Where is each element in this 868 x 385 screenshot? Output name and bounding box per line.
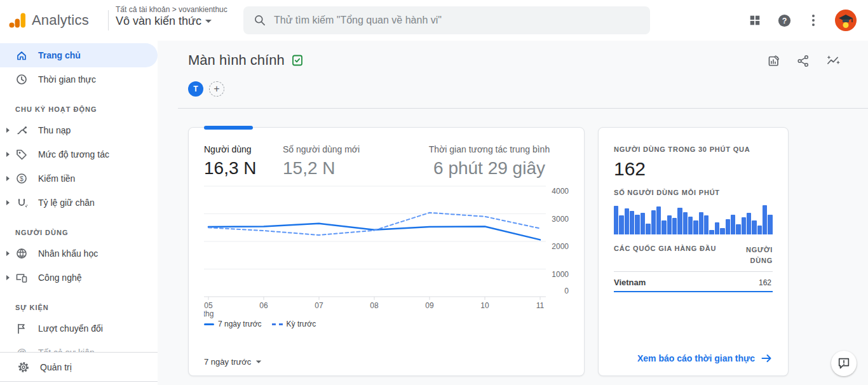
svg-text:1000: 1000 xyxy=(552,270,569,279)
insights-icon[interactable] xyxy=(826,55,840,67)
customize-report-icon[interactable] xyxy=(768,55,780,67)
minute-bar xyxy=(699,212,703,234)
product-name: Analytics xyxy=(32,12,89,29)
sidebar-item-home[interactable]: Trang chủ xyxy=(0,43,158,67)
top-countries-header: CÁC QUỐC GIA HÀNG ĐẦU xyxy=(614,245,716,266)
minute-bar xyxy=(683,212,688,234)
dashed-line-swatch xyxy=(272,323,283,325)
overview-card: Người dùng 16,3 N Số người dùng mới 15,2… xyxy=(188,127,585,376)
minute-bar xyxy=(768,215,772,234)
svg-text:07: 07 xyxy=(315,301,323,310)
minute-bar xyxy=(720,228,724,234)
chevron-down-icon xyxy=(256,360,262,363)
analytics-logo[interactable]: Analytics xyxy=(9,0,89,41)
minute-bar xyxy=(630,211,634,234)
main-content: Màn hình chính T + xyxy=(158,41,868,385)
period-selector[interactable]: 7 ngày trước xyxy=(204,357,262,367)
share-icon[interactable] xyxy=(797,55,810,67)
doc-check-icon xyxy=(291,54,304,67)
minute-bar xyxy=(757,226,762,234)
minute-bar xyxy=(646,224,650,234)
metric-avg-engagement-time[interactable]: Thời gian tương tác trung bình 6 phút 29… xyxy=(410,144,569,180)
add-user-button[interactable]: + xyxy=(209,81,224,97)
section-divider xyxy=(178,108,868,109)
clock-icon xyxy=(15,73,28,86)
minute-bar xyxy=(656,206,661,234)
minute-bar xyxy=(619,215,623,234)
home-icon xyxy=(15,49,28,62)
at-icon: @ xyxy=(15,346,28,352)
header-divider xyxy=(108,10,109,30)
legend-item: 7 ngày trước xyxy=(204,320,262,328)
realtime-users-value: 162 xyxy=(614,158,773,180)
svg-text:09: 09 xyxy=(425,301,434,310)
users-per-minute-bar-chart xyxy=(614,204,773,234)
minute-bar xyxy=(747,213,751,234)
sidebar-item-monetization[interactable]: $ Kiếm tiền xyxy=(0,166,158,191)
sidebar-item-all-events[interactable]: @ Tất cả sự kiện xyxy=(0,341,158,352)
minute-bar xyxy=(677,208,682,234)
gear-icon xyxy=(17,361,30,374)
svg-text:2000: 2000 xyxy=(552,242,569,251)
sidebar-item-realtime[interactable]: Thời gian thực xyxy=(0,67,158,91)
help-icon[interactable]: ? xyxy=(777,13,792,28)
minute-bar xyxy=(736,224,740,234)
svg-text:11: 11 xyxy=(536,301,545,310)
search-bar[interactable] xyxy=(243,6,650,34)
chevron-down-icon xyxy=(205,20,212,23)
page-title: Màn hình chính xyxy=(188,52,285,69)
svg-text:3000: 3000 xyxy=(552,215,569,224)
solid-line-swatch xyxy=(204,323,214,325)
country-name: Vietnam xyxy=(614,278,646,287)
realtime-users-label: NGƯỜI DÙNG TRONG 30 PHÚT QUA xyxy=(614,145,773,153)
minute-bar xyxy=(625,208,629,234)
sidebar-item-retention[interactable]: Tỷ lệ giữ chân xyxy=(0,191,158,215)
apps-grid-icon[interactable] xyxy=(749,14,761,27)
sidebar: Trang chủ Thời gian thực CHU KỲ HOẠT ĐỘN… xyxy=(0,41,158,385)
metric-new-users[interactable]: Số người dùng mới 15,2 N xyxy=(283,144,397,180)
users-column-header: NGƯỜI DÙNG xyxy=(732,245,773,266)
sidebar-item-admin[interactable]: Quản trị xyxy=(0,352,158,382)
sidebar-section-user: NGƯỜI DÙNG xyxy=(0,215,158,241)
sidebar-item-acquisition[interactable]: Thu nạp xyxy=(0,118,158,142)
branch-icon xyxy=(15,124,28,137)
svg-text:10: 10 xyxy=(480,301,489,310)
flag-icon xyxy=(15,322,28,335)
minute-bar xyxy=(709,230,714,234)
breadcrumb: Tất cả tài khoản > vovankienthuc xyxy=(116,5,227,14)
feedback-button[interactable] xyxy=(831,351,857,376)
arrow-right-icon xyxy=(761,353,773,364)
per-minute-label: SỐ NGƯỜI DÙNG MỖI PHÚT xyxy=(614,189,773,196)
app-header: Analytics Tất cả tài khoản > vovankienth… xyxy=(0,0,868,41)
sidebar-item-tech[interactable]: Công nghệ xyxy=(0,266,158,290)
avatar[interactable]: T xyxy=(188,81,203,97)
search-input[interactable] xyxy=(274,15,640,26)
view-realtime-report-link[interactable]: Xem báo cáo thời gian thực xyxy=(637,353,773,364)
metric-users[interactable]: Người dùng 16,3 N xyxy=(204,144,283,180)
sidebar-item-conversions[interactable]: Lượt chuyển đổi xyxy=(0,316,158,341)
svg-text:$: $ xyxy=(20,175,24,182)
expand-caret-icon xyxy=(6,251,10,256)
dollar-icon: $ xyxy=(15,172,28,185)
tag-icon xyxy=(15,148,28,161)
sidebar-item-demographics[interactable]: Nhân khẩu học xyxy=(0,241,158,266)
minute-bar xyxy=(693,220,698,234)
svg-text:0: 0 xyxy=(564,287,569,295)
overflow-menu-icon[interactable] xyxy=(808,13,819,27)
magnet-icon xyxy=(15,196,28,209)
legend-item: Kỳ trước xyxy=(272,320,316,328)
account-name: Vô vàn kiến thức xyxy=(116,15,201,28)
analytics-logo-icon xyxy=(9,13,25,28)
devices-icon xyxy=(15,271,28,284)
feedback-icon xyxy=(837,356,851,370)
sidebar-item-engagement[interactable]: Mức độ tương tác xyxy=(0,142,158,166)
svg-text:05: 05 xyxy=(204,301,213,310)
avatar[interactable] xyxy=(835,10,857,31)
expand-caret-icon xyxy=(6,200,10,205)
sidebar-section-lifecycle: CHU KỲ HOẠT ĐỘNG xyxy=(0,91,158,118)
minute-bar xyxy=(661,220,666,234)
minute-bar xyxy=(742,217,746,234)
account-switcher[interactable]: Tất cả tài khoản > vovankienthuc Vô vàn … xyxy=(116,5,227,28)
chart-legend: 7 ngày trướcKỳ trước xyxy=(204,320,584,328)
svg-text:08: 08 xyxy=(370,301,379,310)
